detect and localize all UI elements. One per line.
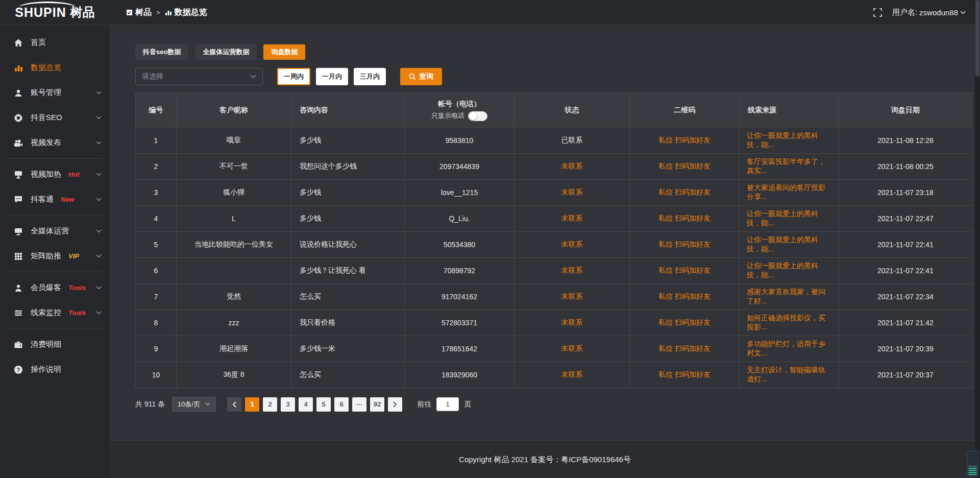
col-source: 线索来源 bbox=[740, 93, 839, 128]
page-ellipsis-button[interactable]: ··· bbox=[352, 397, 366, 412]
lead-source-link[interactable]: 如何正确选择投影仪，买投影... bbox=[740, 310, 839, 336]
sidebar-item-label: 视频加热 bbox=[31, 170, 61, 179]
sidebar-item-douketong[interactable]: 抖客通 New bbox=[0, 187, 110, 212]
sidebar-item-consumption[interactable]: 消费明细 bbox=[0, 332, 110, 357]
scrollbar-thumb[interactable] bbox=[975, 0, 979, 77]
chevron-down-icon bbox=[96, 311, 102, 315]
sidebar-item-help[interactable]: ? 操作说明 bbox=[0, 357, 110, 382]
sidebar-item-douyin-seo[interactable]: 抖音SEO bbox=[0, 105, 110, 130]
page-button-6[interactable]: 6 bbox=[334, 397, 349, 412]
sidebar-item-matrix-boost[interactable]: 矩阵助推 VIP bbox=[0, 244, 110, 269]
pagination-prev-button[interactable] bbox=[227, 397, 241, 412]
vertical-scrollbar[interactable] bbox=[975, 0, 980, 478]
cell-content: 多少钱？让我死心 看 bbox=[291, 258, 405, 284]
sidebar-item-label: 线索监控 bbox=[31, 308, 61, 318]
sidebar-divider bbox=[7, 272, 103, 272]
sidebar-item-video-publish[interactable]: 视频发布 bbox=[0, 130, 110, 155]
lead-source-link[interactable]: 让你一眼就爱上的黑科技，能... bbox=[740, 206, 839, 232]
page-button-3[interactable]: 3 bbox=[281, 397, 295, 412]
tab-douyin-seo-data[interactable]: 抖音seo数据 bbox=[135, 44, 188, 60]
cell-content: 我只看价格 bbox=[291, 310, 405, 336]
sidebar-item-home[interactable]: 首页 bbox=[0, 30, 110, 55]
range-quarter-button[interactable]: 三月内 bbox=[354, 68, 386, 85]
qr-friend-link[interactable]: 私信 扫码加好友 bbox=[630, 180, 740, 206]
cell-content: 怎么买 bbox=[291, 362, 405, 388]
page-button-1[interactable]: 1 bbox=[245, 397, 259, 412]
sidebar-divider bbox=[7, 158, 103, 159]
cell-content: 怎么买 bbox=[291, 284, 405, 310]
qr-friend-link[interactable]: 私信 扫码加好友 bbox=[630, 128, 740, 154]
lead-source-link[interactable]: 无主灯设计，智能磁吸轨道灯... bbox=[740, 362, 839, 388]
range-month-button[interactable]: 一月内 bbox=[316, 68, 348, 85]
total-count: 共 911 条 bbox=[135, 400, 165, 409]
sidebar-divider bbox=[7, 215, 103, 216]
qr-friend-link[interactable]: 私信 扫码加好友 bbox=[630, 310, 740, 336]
sidebar-item-lead-monitor[interactable]: 线索监控 Tools bbox=[0, 300, 110, 325]
cell-date: 2021-11-07 21:42 bbox=[839, 310, 972, 336]
lead-source-link[interactable]: 让你一眼就爱上的黑科技，能... bbox=[740, 232, 839, 258]
cell-id: 10 bbox=[136, 362, 177, 388]
page-button-4[interactable]: 4 bbox=[299, 397, 313, 412]
page-button-92[interactable]: 92 bbox=[370, 397, 384, 412]
chevron-down-icon bbox=[205, 402, 210, 406]
lead-source-link[interactable]: 被大家追着问的客厅投影分享... bbox=[740, 180, 839, 206]
lead-source-link[interactable]: 多功能护栏灯，适用于乡村文... bbox=[740, 336, 839, 362]
tab-inquiry-data[interactable]: 询盘数据 bbox=[263, 44, 305, 60]
home-icon bbox=[14, 38, 23, 47]
cell-date: 2021-11-07 22:41 bbox=[839, 232, 972, 258]
sidebar-item-omni-media[interactable]: 全媒体运营 bbox=[0, 219, 110, 244]
breadcrumb-separator: > bbox=[156, 9, 160, 16]
goto-page-input[interactable] bbox=[436, 397, 459, 411]
toggle-knob bbox=[469, 112, 477, 120]
qr-friend-link[interactable]: 私信 扫码加好友 bbox=[630, 284, 740, 310]
lead-source-link[interactable]: 客厅安装投影半年多了，真实... bbox=[740, 154, 839, 180]
table-row: 2 不可一世 我想问这个多少钱 2097344839 未联系 私信 扫码加好友 … bbox=[136, 154, 972, 180]
qr-friend-link[interactable]: 私信 扫码加好友 bbox=[630, 362, 740, 388]
cell-account: 178651642 bbox=[405, 336, 514, 362]
query-button[interactable]: 查询 bbox=[400, 68, 442, 85]
cell-account: 917024162 bbox=[405, 284, 514, 310]
status-badge: 未联系 bbox=[514, 258, 630, 284]
account-select[interactable]: 请选择 bbox=[135, 68, 263, 85]
qr-friend-link[interactable]: 私信 扫码加好友 bbox=[630, 232, 740, 258]
cell-id: 9 bbox=[136, 336, 177, 362]
cell-nickname: 36度 8 bbox=[177, 362, 291, 388]
tab-omni-media-data[interactable]: 全媒体运营数据 bbox=[195, 44, 257, 60]
lead-source-link[interactable]: 让你一眼就爱上的黑科技，能... bbox=[740, 128, 839, 154]
user-icon bbox=[14, 88, 23, 98]
pagination-next-button[interactable] bbox=[388, 397, 402, 412]
cell-nickname: L bbox=[177, 206, 291, 232]
cell-nickname: 狐小狸 bbox=[177, 180, 291, 206]
tools-badge: Tools bbox=[68, 309, 86, 317]
fullscreen-icon[interactable] bbox=[873, 8, 882, 17]
phone-only-toggle[interactable] bbox=[468, 111, 487, 121]
cell-account: 572803371 bbox=[405, 310, 514, 336]
range-week-button[interactable]: 一周内 bbox=[277, 68, 310, 85]
sidebar-item-data-overview[interactable]: 数据总览 bbox=[0, 55, 110, 80]
cell-id: 6 bbox=[136, 258, 177, 284]
sidebar-item-member-burst[interactable]: 会员爆客 Tools bbox=[0, 275, 110, 300]
pagination: 共 911 条 10条/页 1 2 3 4 5 6 ··· 92 前往 页 bbox=[135, 397, 980, 412]
page-button-5[interactable]: 5 bbox=[316, 397, 331, 412]
qr-friend-link[interactable]: 私信 扫码加好友 bbox=[630, 336, 740, 362]
lead-source-link[interactable]: 让你一眼就爱上的黑科技，能... bbox=[740, 258, 839, 284]
hot-badge: Hot bbox=[68, 171, 80, 178]
qr-friend-link[interactable]: 私信 扫码加好友 bbox=[630, 154, 740, 180]
cell-account: 70898792 bbox=[405, 258, 514, 284]
breadcrumb-root[interactable]: 树品 bbox=[126, 7, 152, 18]
status-badge: 未联系 bbox=[514, 284, 630, 310]
logo-arc bbox=[19, 2, 76, 8]
qr-friend-link[interactable]: 私信 扫码加好友 bbox=[630, 258, 740, 284]
username-label: 用户名: bbox=[892, 8, 917, 17]
chevron-down-icon bbox=[96, 116, 102, 119]
sidebar-item-video-heat[interactable]: 视频加热 Hot bbox=[0, 162, 110, 187]
sidebar-item-account[interactable]: 账号管理 bbox=[0, 80, 110, 105]
page-size-select[interactable]: 10条/页 bbox=[172, 397, 216, 412]
sidebar-item-label: 首页 bbox=[31, 38, 46, 47]
user-menu[interactable]: 用户名: zswodun88 bbox=[892, 8, 966, 17]
qr-friend-link[interactable]: 私信 扫码加好友 bbox=[630, 206, 740, 232]
cell-date: 2021-11-08 12:28 bbox=[839, 128, 972, 154]
page-button-2[interactable]: 2 bbox=[263, 397, 277, 412]
lead-source-link[interactable]: 感谢大家喜欢我家，被问了好... bbox=[740, 284, 839, 310]
cell-date: 2021-11-07 22:34 bbox=[839, 284, 972, 310]
